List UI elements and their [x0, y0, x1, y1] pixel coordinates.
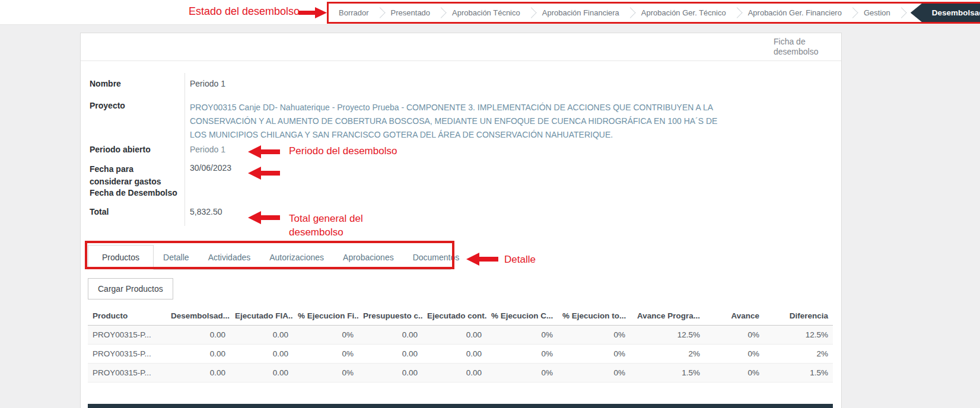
cell[interactable]: 1.5%	[764, 364, 833, 383]
chevron-separator-icon	[731, 7, 742, 18]
cell[interactable]: 0.00	[230, 345, 293, 364]
proyecto-label: Proyecto	[90, 101, 184, 142]
cell[interactable]: 0.00	[422, 364, 486, 383]
cell[interactable]: 0.00	[422, 326, 486, 345]
col-desembolsado[interactable]: Desembolsad...	[166, 307, 230, 326]
cell[interactable]: 0%	[705, 364, 764, 383]
cell[interactable]: 0%	[486, 364, 558, 383]
cell[interactable]: 0%	[558, 326, 630, 345]
cell[interactable]: 0.00	[166, 364, 230, 383]
status-aprobacion-tecnico[interactable]: Aprobación Técnico	[450, 8, 522, 17]
horizontal-scrollbar[interactable]	[88, 404, 833, 408]
cell[interactable]: 0%	[293, 364, 358, 383]
cell[interactable]: 0%	[558, 364, 630, 383]
annotation-total-label: Total general del desembolso	[289, 212, 390, 239]
status-bar: Borrador Presentado Aprobación Técnico A…	[327, 2, 980, 24]
annotation-periodo-label: Periodo del desembolso	[289, 145, 397, 157]
nombre-label: Nombre	[90, 79, 184, 89]
cell[interactable]: 1.5%	[630, 364, 705, 383]
col-ejecucion-fi[interactable]: % Ejecucion Fi...	[293, 307, 358, 326]
status-desembolsado-active[interactable]: Desembolsado	[911, 4, 980, 22]
status-gestion[interactable]: Gestion	[862, 8, 892, 17]
cell[interactable]: 0.00	[358, 326, 422, 345]
total-label: Total	[90, 207, 184, 217]
table-row[interactable]: PROY00315-P...0.000.000%0.000.000%0%12.5…	[88, 326, 833, 345]
field-row: Fecha para considerar gastos 30/06/2023	[90, 163, 718, 188]
col-diferencia[interactable]: Diferencia	[764, 307, 833, 326]
cell[interactable]: 0.00	[166, 345, 230, 364]
col-ejecutado-cont[interactable]: Ejecutado cont...	[422, 307, 486, 326]
red-arrow-left-icon	[466, 253, 498, 266]
fecha-desembolso-label: Fecha de Desembolso	[90, 188, 184, 198]
cell[interactable]: 0.00	[358, 364, 422, 383]
cell[interactable]: 0.00	[230, 364, 293, 383]
red-arrow-right-icon	[298, 7, 327, 18]
cell[interactable]: 0%	[705, 326, 764, 345]
status-aprobacion-ger-tecnico[interactable]: Aprobación Ger. Técnico	[639, 8, 728, 17]
cell[interactable]: 0.00	[166, 326, 230, 345]
cell[interactable]: 0.00	[422, 345, 486, 364]
cell[interactable]: 0%	[293, 326, 358, 345]
red-arrow-left-icon	[248, 167, 280, 180]
status-aprobacion-financiera[interactable]: Aprobación Financiera	[540, 8, 621, 17]
cell[interactable]: 0%	[486, 345, 558, 364]
cell[interactable]: 0.00	[230, 326, 293, 345]
col-producto[interactable]: Producto	[88, 307, 166, 326]
field-row: Periodo abierto Periodo 1	[90, 145, 718, 155]
field-row: Total 5,832.50	[90, 207, 718, 217]
form-card: Ficha de desembolso Nombre Periodo 1 Pro…	[80, 33, 842, 408]
status-borrador[interactable]: Borrador	[337, 8, 371, 17]
form-fields: Nombre Periodo 1 Proyecto PROY00315 Canj…	[90, 79, 718, 217]
periodo-abierto-label: Periodo abierto	[90, 145, 184, 155]
tab-aprobaciones[interactable]: Aprobaciones	[333, 246, 403, 269]
cell[interactable]: 0%	[486, 326, 558, 345]
chevron-separator-icon	[374, 7, 385, 18]
chevron-separator-icon	[526, 7, 536, 18]
cell[interactable]: 0%	[705, 345, 764, 364]
cell[interactable]: PROY00315-P...	[88, 364, 166, 383]
chevron-separator-icon	[847, 7, 858, 18]
red-arrow-left-icon	[248, 145, 280, 158]
cell[interactable]: 12.5%	[764, 326, 833, 345]
proyecto-value-link[interactable]: PROY00315 Canje DD- Nahuaterique - Proye…	[184, 101, 736, 142]
red-arrow-left-icon	[248, 211, 280, 224]
cargar-productos-button[interactable]: Cargar Productos	[88, 278, 173, 299]
cell[interactable]: 12.5%	[630, 326, 705, 345]
table-row[interactable]: PROY00315-P...0.000.000%0.000.000%0%2%0%…	[88, 345, 833, 364]
table-row[interactable]: PROY00315-P...0.000.000%0.000.000%0%1.5%…	[88, 364, 833, 383]
productos-table: Producto Desembolsad... Ejecutado FIA...…	[88, 307, 833, 383]
col-avance-progra[interactable]: Avance Progra...	[630, 307, 705, 326]
cell[interactable]: 0%	[293, 345, 358, 364]
tab-actividades[interactable]: Actividades	[199, 246, 260, 269]
ficha-desembolso-button[interactable]: Ficha de desembolso	[774, 37, 826, 57]
card-header: Ficha de desembolso	[81, 33, 841, 61]
chevron-separator-icon	[896, 7, 906, 18]
annotation-detalle-label: Detalle	[504, 254, 536, 266]
table-header-row: Producto Desembolsad... Ejecutado FIA...…	[88, 307, 833, 326]
field-row: Fecha de Desembolso	[90, 188, 718, 198]
fecha-desembolso-value	[184, 188, 718, 198]
col-ejecucion-to[interactable]: % Ejecucion to...	[558, 307, 630, 326]
tab-productos[interactable]: Productos	[88, 245, 154, 270]
nombre-value: Periodo 1	[184, 79, 718, 89]
cell[interactable]: 0%	[558, 345, 630, 364]
col-ejecutado-fia[interactable]: Ejecutado FIA...	[230, 307, 293, 326]
fecha-gastos-label: Fecha para considerar gastos	[90, 163, 184, 188]
tab-detalle[interactable]: Detalle	[154, 246, 199, 269]
cell[interactable]: 2%	[764, 345, 833, 364]
col-avance[interactable]: Avance	[705, 307, 764, 326]
chevron-separator-icon	[435, 7, 446, 18]
tab-documentos[interactable]: Documentos	[403, 246, 469, 269]
col-ejecucion-c[interactable]: % Ejecucion C...	[486, 307, 558, 326]
cell[interactable]: 0.00	[358, 345, 422, 364]
status-aprobacion-ger-financiero[interactable]: Aprobación Ger. Financiero	[746, 8, 844, 17]
chevron-separator-icon	[625, 7, 635, 18]
tab-autorizaciones[interactable]: Autorizaciones	[260, 246, 333, 269]
annotation-estado-label: Estado del desembolso	[189, 5, 300, 18]
col-presupuesto[interactable]: Presupuesto c...	[358, 307, 422, 326]
field-row: Nombre Periodo 1	[90, 79, 718, 89]
status-presentado[interactable]: Presentado	[389, 8, 432, 17]
cell[interactable]: 2%	[630, 345, 705, 364]
cell[interactable]: PROY00315-P...	[88, 326, 166, 345]
cell[interactable]: PROY00315-P...	[88, 345, 166, 364]
